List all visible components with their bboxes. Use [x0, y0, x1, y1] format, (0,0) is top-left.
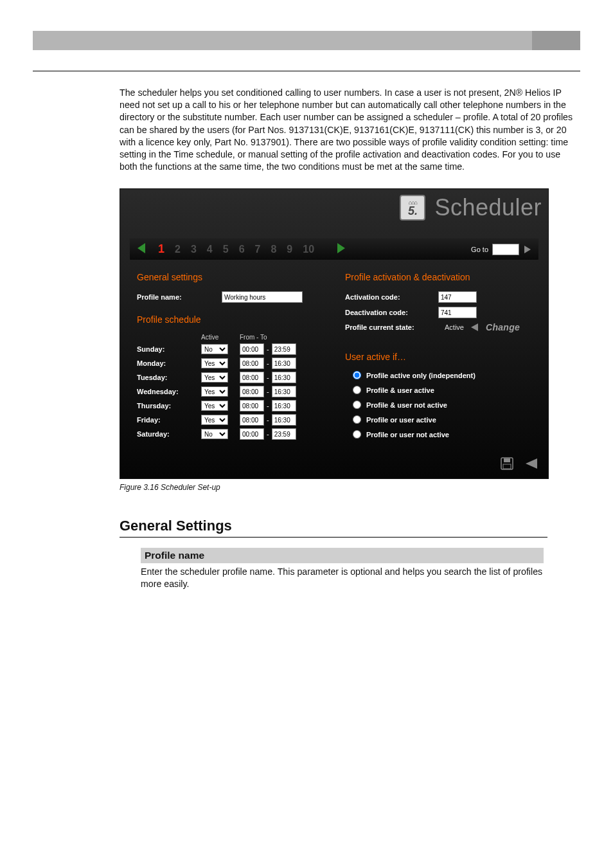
col-from-to: From - To — [240, 334, 267, 341]
schedule-row: Monday:YesNo- — [137, 357, 327, 369]
general-settings-h2: General Settings — [120, 518, 547, 538]
range-dash: - — [264, 402, 272, 410]
active-select[interactable]: YesNo — [201, 372, 228, 383]
to-input[interactable] — [272, 357, 296, 369]
active-select[interactable]: YesNo — [201, 386, 228, 397]
to-input[interactable] — [272, 343, 296, 355]
activation-code-input[interactable] — [438, 291, 477, 303]
user-active-option-label: Profile active only (independent) — [366, 372, 475, 379]
range-dash: - — [264, 359, 272, 367]
active-select[interactable]: YesNo — [201, 429, 228, 439]
range-dash: - — [264, 430, 272, 438]
active-select[interactable]: YesNo — [201, 401, 228, 411]
pager-page-4[interactable]: 4 — [207, 244, 213, 255]
profile-name-input[interactable] — [222, 291, 303, 303]
deactivation-code-label: Deactivation code: — [345, 309, 438, 316]
user-active-option-label: Profile & user not active — [366, 401, 447, 409]
range-dash: - — [264, 388, 272, 395]
user-active-option[interactable]: Profile or user not active — [353, 430, 535, 439]
goto-label: Go to — [471, 246, 488, 253]
from-input[interactable] — [240, 357, 264, 369]
to-input[interactable] — [272, 386, 296, 397]
user-active-option[interactable]: Profile active only (independent) — [353, 371, 535, 379]
pager-page-2[interactable]: 2 — [175, 244, 181, 255]
schedule-row: Sunday:YesNo- — [137, 343, 327, 355]
schedule-row: Wednesday:YesNo- — [137, 386, 327, 397]
col-active: Active — [201, 334, 240, 341]
scheduler-panel: ⌂⌂⌂ 5. Scheduler 12345678910 Go to — [120, 188, 549, 479]
pager-next-icon[interactable] — [335, 243, 346, 256]
active-select[interactable]: YesNo — [201, 415, 228, 425]
user-active-radio[interactable] — [353, 430, 361, 439]
intro-text: The scheduler helps you set conditioned … — [120, 87, 580, 173]
range-dash: - — [264, 416, 272, 424]
deactivation-code-input[interactable] — [438, 307, 477, 318]
svg-marker-7 — [526, 458, 537, 469]
goto-input[interactable] — [492, 244, 519, 255]
page-header-bar — [33, 31, 580, 50]
svg-rect-6 — [503, 464, 511, 469]
change-button[interactable]: Change — [486, 322, 520, 332]
general-settings-heading: General settings — [137, 272, 327, 282]
state-label: Profile current state: — [345, 323, 438, 331]
pager-page-1[interactable]: 1 — [158, 242, 164, 255]
to-input[interactable] — [272, 400, 296, 411]
from-input[interactable] — [240, 428, 264, 440]
from-input[interactable] — [240, 372, 264, 383]
pager-page-8[interactable]: 8 — [271, 244, 276, 255]
from-input[interactable] — [240, 343, 264, 355]
user-active-option-label: Profile or user active — [366, 416, 436, 424]
svg-marker-1 — [337, 243, 345, 253]
user-active-radio[interactable] — [353, 386, 361, 394]
svg-marker-2 — [524, 246, 531, 253]
pager-prev-icon[interactable] — [136, 243, 148, 256]
day-label: Wednesday: — [137, 388, 201, 395]
user-active-option[interactable]: Profile & user not active — [353, 401, 535, 409]
day-label: Sunday: — [137, 345, 201, 353]
pager-page-7[interactable]: 7 — [255, 244, 261, 255]
user-active-option-label: Profile & user active — [366, 386, 434, 394]
pager-page-3[interactable]: 3 — [191, 244, 197, 255]
user-active-radio[interactable] — [353, 401, 361, 409]
pager-page-6[interactable]: 6 — [239, 244, 245, 255]
activation-code-label: Activation code: — [345, 293, 438, 301]
activation-heading: Profile activation & deactivation — [345, 272, 535, 282]
day-label: Saturday: — [137, 430, 201, 438]
schedule-row: Thursday:YesNo- — [137, 400, 327, 411]
figure-caption: Figure 3.16 Scheduler Set-up — [120, 483, 580, 492]
change-icon[interactable] — [470, 323, 479, 332]
state-value: Active — [445, 323, 464, 331]
svg-marker-3 — [471, 323, 478, 331]
active-select[interactable]: YesNo — [201, 358, 228, 368]
from-input[interactable] — [240, 400, 264, 411]
active-select[interactable]: YesNo — [201, 344, 228, 354]
to-input[interactable] — [272, 414, 296, 426]
user-active-option[interactable]: Profile or user active — [353, 415, 535, 424]
schedule-row: Friday:YesNo- — [137, 414, 327, 426]
from-input[interactable] — [240, 386, 264, 397]
svg-rect-5 — [504, 458, 510, 462]
to-input[interactable] — [272, 428, 296, 440]
user-active-option-label: Profile or user not active — [366, 431, 449, 439]
pager-page-5[interactable]: 5 — [223, 244, 229, 255]
save-icon[interactable] — [498, 455, 516, 472]
goto-go-icon[interactable] — [523, 245, 532, 254]
profile-schedule-heading: Profile schedule — [137, 314, 327, 325]
scheduler-icon: ⌂⌂⌂ 5. — [400, 195, 425, 221]
user-active-radio[interactable] — [353, 371, 361, 379]
schedule-row: Tuesday:YesNo- — [137, 372, 327, 383]
panel-title: Scheduler — [434, 194, 542, 221]
from-input[interactable] — [240, 414, 264, 426]
to-input[interactable] — [272, 372, 296, 383]
user-active-radio[interactable] — [353, 415, 361, 424]
day-label: Monday: — [137, 359, 201, 367]
day-label: Tuesday: — [137, 374, 201, 381]
range-dash: - — [264, 345, 272, 353]
pager-page-10[interactable]: 10 — [303, 244, 314, 255]
user-active-heading: User active if… — [345, 352, 535, 362]
pager-page-9[interactable]: 9 — [287, 244, 292, 255]
svg-marker-0 — [138, 243, 145, 253]
profile-name-label: Profile name: — [137, 293, 222, 301]
back-arrow-icon[interactable] — [522, 455, 540, 472]
user-active-option[interactable]: Profile & user active — [353, 386, 535, 394]
